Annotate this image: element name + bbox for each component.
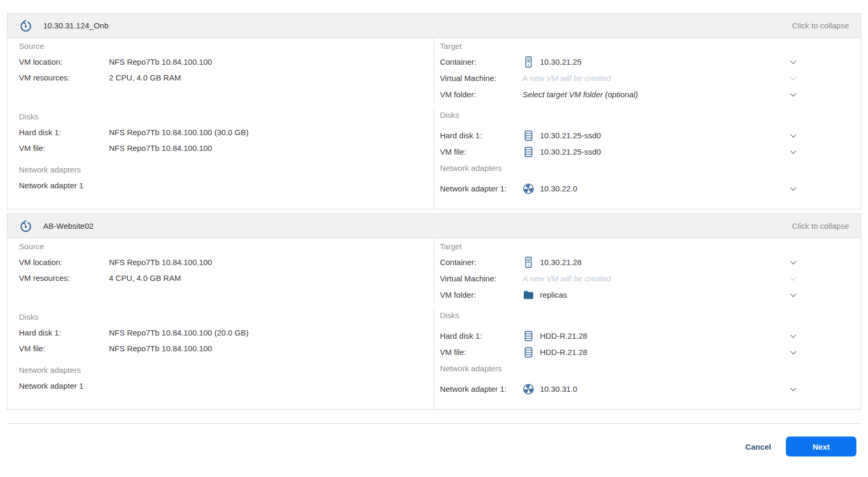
vm-file-label: VM file: <box>440 147 523 156</box>
folder-icon <box>523 290 534 300</box>
vm-folder-select[interactable]: Select target VM folder (optional) <box>523 86 861 103</box>
vm-folder-select[interactable]: replicas <box>523 287 861 303</box>
network-icon <box>523 383 534 395</box>
container-select[interactable]: 10.30.21.25 <box>523 54 861 70</box>
network-adapter-value: 10.30.22.0 <box>540 184 577 193</box>
target-group: Target Container: <box>434 238 861 303</box>
chevron-down-icon <box>790 276 796 282</box>
target-vm-file-row: VM file: HDD-R.21.28 <box>440 344 861 360</box>
container-label: Container: <box>440 57 523 66</box>
virtual-machine-row: Virtual Machine: A new VM will be create… <box>440 270 861 287</box>
vm-file-label: VM file: <box>19 344 109 353</box>
vm-panel-title: AB-Website02 <box>43 221 94 230</box>
vm-resources-row: VM resources: 2 CPU, 4.0 GB RAM <box>19 69 434 85</box>
disk-icon <box>523 147 534 157</box>
target-column: Target Container: <box>434 238 861 409</box>
container-value: 10.30.21.25 <box>540 57 582 66</box>
virtual-machine-label: Virtual Machine: <box>440 74 523 83</box>
source-hard-disk-row: Hard disk 1: NFS Repo7Tb 10.84.100.100 (… <box>19 124 434 140</box>
chevron-down-icon[interactable] <box>790 333 796 339</box>
disk-icon <box>523 347 534 358</box>
network-adapter-select[interactable]: 10.30.31.0 <box>523 381 861 397</box>
vm-folder-label: VM folder: <box>440 290 523 299</box>
vm-panel-title: 10.30.31.124_Onb <box>43 21 108 30</box>
replication-icon <box>19 19 33 33</box>
virtual-machine-select: A new VM will be created <box>523 70 861 86</box>
vm-file-select[interactable]: HDD-R.21.28 <box>523 344 861 360</box>
vm-folder-value: Select target VM folder (optional) <box>523 90 638 99</box>
chevron-down-icon[interactable] <box>790 349 796 356</box>
source-network-heading: Network adapters <box>19 362 434 378</box>
target-network-adapter-row: Network adapter 1: 10.30.22.0 <box>440 180 861 197</box>
chevron-down-icon[interactable] <box>790 292 796 298</box>
target-disks-group: Disks Hard disk 1: 10.30.21.25-ssd <box>434 107 861 208</box>
cancel-button[interactable]: Cancel <box>745 442 771 451</box>
hard-disk-value: HDD-R.21.28 <box>540 331 587 340</box>
hard-disk-value: 10.30.21.25-ssd0 <box>540 131 601 140</box>
virtual-machine-row: Virtual Machine: A new VM will be create… <box>440 70 861 86</box>
hard-disk-label: Hard disk 1: <box>440 131 523 140</box>
target-disks-heading: Disks <box>440 307 861 323</box>
network-adapter-label: Network adapter 1 <box>19 381 84 390</box>
host-icon <box>523 56 534 68</box>
network-adapter-label: Network adapter 1 <box>19 181 84 190</box>
vm-location-value: NFS Repo7Tb 10.84.100.100 <box>109 258 212 267</box>
vm-location-label: VM location: <box>19 258 109 267</box>
wizard-footer: Cancel Next <box>0 424 868 456</box>
target-hard-disk-row: Hard disk 1: HDD-R.21.28 <box>440 328 861 344</box>
chevron-down-icon[interactable] <box>790 186 796 192</box>
chevron-down-icon[interactable] <box>790 59 796 65</box>
virtual-machine-label: Virtual Machine: <box>440 274 523 283</box>
hard-disk-label: Hard disk 1: <box>19 328 109 337</box>
host-icon <box>523 257 534 268</box>
container-value: 10.30.21.28 <box>540 258 582 267</box>
container-row: Container: 10.30.21.28 <box>440 254 861 270</box>
target-network-heading: Network adapters <box>440 360 861 376</box>
source-hard-disk-row: Hard disk 1: NFS Repo7Tb 10.84.100.100 (… <box>19 324 434 340</box>
network-adapter-label: Network adapter 1: <box>440 184 523 193</box>
network-icon <box>523 183 534 195</box>
virtual-machine-select: A new VM will be created <box>523 270 861 287</box>
source-network-adapter-row: Network adapter 1 <box>19 378 434 393</box>
vm-resources-value: 4 CPU, 4.0 GB RAM <box>109 273 181 282</box>
collapse-hint[interactable]: Click to collapse <box>792 221 849 230</box>
vm-panel-1: 10.30.31.124_Onb Click to collapse Sourc… <box>7 13 861 209</box>
hard-disk-select[interactable]: 10.30.21.25-ssd0 <box>523 127 861 144</box>
network-adapter-select[interactable]: 10.30.22.0 <box>523 180 861 197</box>
target-network-heading: Network adapters <box>440 160 861 176</box>
source-network-heading: Network adapters <box>19 161 434 177</box>
vm-panel-2-header[interactable]: AB-Website02 Click to collapse <box>7 214 861 238</box>
collapse-hint[interactable]: Click to collapse <box>792 21 849 30</box>
container-select[interactable]: 10.30.21.28 <box>523 254 861 270</box>
source-heading: Source <box>19 38 434 54</box>
next-button[interactable]: Next <box>786 437 856 456</box>
vm-resources-row: VM resources: 4 CPU, 4.0 GB RAM <box>19 270 434 286</box>
chevron-down-icon[interactable] <box>790 133 796 139</box>
vm-file-label: VM file: <box>19 144 109 153</box>
source-vm-file-row: VM file: NFS Repo7Tb 10.84.100.100 <box>19 340 434 356</box>
chevron-down-icon[interactable] <box>790 386 796 392</box>
chevron-down-icon[interactable] <box>790 149 796 155</box>
target-disks-heading: Disks <box>440 107 861 123</box>
hard-disk-value: NFS Repo7Tb 10.84.100.100 (20.0 GB) <box>109 328 248 337</box>
target-heading: Target <box>440 238 861 254</box>
vm-panel-1-header[interactable]: 10.30.31.124_Onb Click to collapse <box>7 14 861 38</box>
vm-folder-label: VM folder: <box>440 90 523 99</box>
vm-resources-value: 2 CPU, 4.0 GB RAM <box>109 73 181 82</box>
hard-disk-value: NFS Repo7Tb 10.84.100.100 (30.0 GB) <box>109 128 248 137</box>
vm-file-value: NFS Repo7Tb 10.84.100.100 <box>109 344 212 353</box>
source-heading: Source <box>19 238 434 254</box>
vm-location-value: NFS Repo7Tb 10.84.100.100 <box>109 57 212 66</box>
chevron-down-icon[interactable] <box>790 92 796 98</box>
vm-folder-row: VM folder: replicas <box>440 287 861 303</box>
hard-disk-select[interactable]: HDD-R.21.28 <box>523 328 861 344</box>
vm-file-value: NFS Repo7Tb 10.84.100.100 <box>109 144 212 153</box>
target-column: Target Container: <box>434 38 861 209</box>
network-adapter-value: 10.30.31.0 <box>540 384 577 393</box>
vm-file-select[interactable]: 10.30.21.25-ssd0 <box>523 144 861 160</box>
container-label: Container: <box>440 258 523 267</box>
target-vm-file-row: VM file: 10.30.21.25-ssd0 <box>440 144 861 160</box>
vm-file-value: 10.30.21.25-ssd0 <box>540 147 601 156</box>
chevron-down-icon <box>790 75 796 82</box>
chevron-down-icon[interactable] <box>790 259 796 266</box>
